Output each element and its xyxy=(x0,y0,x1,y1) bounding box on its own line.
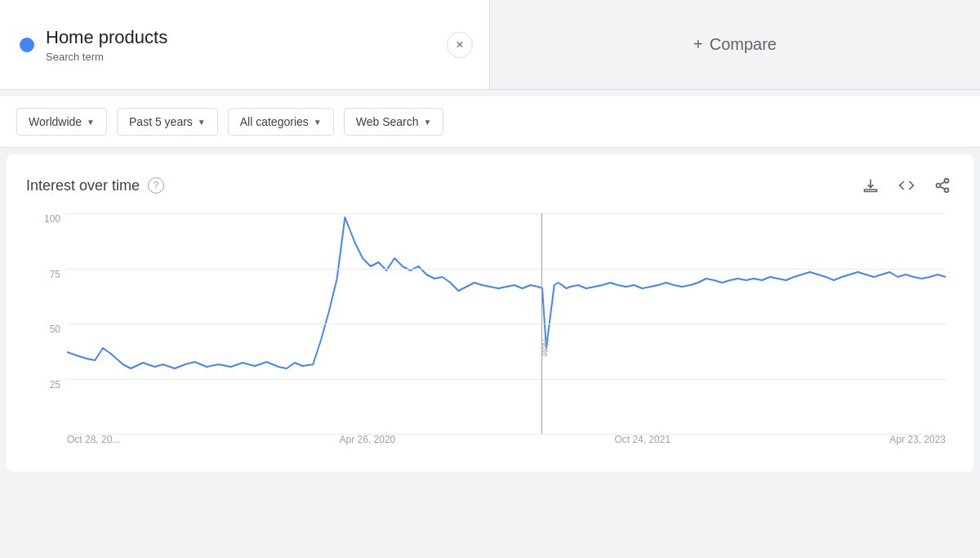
chart-header: Interest over time ? xyxy=(26,174,954,197)
compare-box[interactable]: + Compare xyxy=(490,0,980,89)
x-label-3: Oct 24, 2021 xyxy=(614,434,670,445)
grid-line-75 xyxy=(67,269,946,270)
trend-line xyxy=(67,217,946,368)
x-label-2: Apr 26, 2020 xyxy=(340,434,396,445)
svg-line-4 xyxy=(940,181,945,184)
compare-label: + Compare xyxy=(693,35,777,54)
svg-point-0 xyxy=(945,179,949,183)
time-range-chevron-icon: ▼ xyxy=(198,118,206,127)
category-filter[interactable]: All categories ▼ xyxy=(228,108,334,136)
y-label-50: 50 xyxy=(26,324,67,335)
search-term-title: Home products xyxy=(46,26,167,50)
note-text: Note xyxy=(541,339,550,356)
grid-lines: Note xyxy=(67,213,946,434)
x-label-1: Oct 28, 20... xyxy=(67,434,120,445)
search-term-text: Home products Search term xyxy=(46,26,167,64)
location-filter[interactable]: Worldwide ▼ xyxy=(16,108,107,136)
search-term-dot xyxy=(20,38,34,52)
grid-line-100 xyxy=(67,213,946,214)
location-label: Worldwide xyxy=(29,115,82,128)
compare-text: Compare xyxy=(710,35,777,54)
download-button[interactable] xyxy=(859,174,882,197)
chart-section: Interest over time ? xyxy=(7,154,973,471)
search-term-box: Home products Search term × xyxy=(0,0,490,89)
top-bar: Home products Search term × + Compare xyxy=(0,0,980,90)
y-axis: 100 75 50 25 xyxy=(26,213,67,434)
chart-title: Interest over time xyxy=(26,177,140,194)
grid-line-50 xyxy=(67,324,946,324)
y-label-25: 25 xyxy=(26,379,67,391)
category-chevron-icon: ▼ xyxy=(314,118,322,127)
search-type-chevron-icon: ▼ xyxy=(423,118,431,127)
svg-point-2 xyxy=(945,188,949,192)
location-chevron-icon: ▼ xyxy=(87,118,95,127)
category-label: All categories xyxy=(240,115,309,128)
note-line: Note xyxy=(541,213,542,434)
close-button[interactable]: × xyxy=(447,32,473,58)
svg-point-1 xyxy=(937,184,941,188)
search-term-subtitle: Search term xyxy=(46,51,167,63)
embed-button[interactable] xyxy=(895,174,918,197)
chart-title-group: Interest over time ? xyxy=(26,177,164,194)
y-label-75: 75 xyxy=(26,269,67,280)
grid-line-25 xyxy=(67,379,946,380)
search-type-label: Web Search xyxy=(356,115,419,128)
chart-container: 100 75 50 25 Note Oct 28, 20... Apr xyxy=(26,213,954,458)
chart-actions xyxy=(859,174,954,197)
time-range-filter[interactable]: Past 5 years ▼ xyxy=(117,108,218,136)
search-type-filter[interactable]: Web Search ▼ xyxy=(344,108,444,136)
time-range-label: Past 5 years xyxy=(129,115,193,128)
compare-plus-icon: + xyxy=(693,35,703,54)
svg-line-3 xyxy=(940,186,945,189)
x-label-4: Apr 23, 2023 xyxy=(889,434,946,445)
y-label-100: 100 xyxy=(26,213,67,225)
help-icon[interactable]: ? xyxy=(148,177,164,194)
filters-bar: Worldwide ▼ Past 5 years ▼ All categorie… xyxy=(0,96,980,148)
x-axis: Oct 28, 20... Apr 26, 2020 Oct 24, 2021 … xyxy=(67,434,946,458)
share-button[interactable] xyxy=(931,174,954,197)
